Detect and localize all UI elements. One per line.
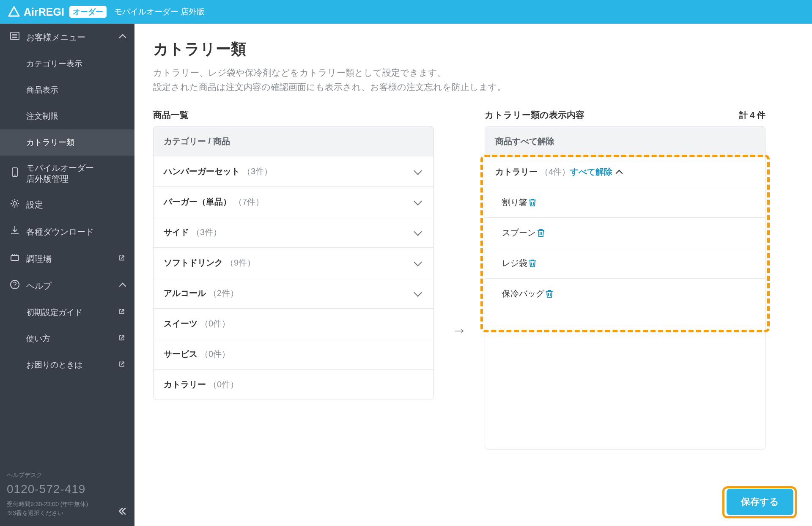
sidebar-item-5[interactable]: モバイルオーダー店外版管理 [0, 156, 134, 191]
category-count: （9件） [225, 257, 255, 268]
delete-button[interactable] [536, 228, 546, 238]
menu-icon [9, 30, 20, 44]
sidebar-item-12[interactable]: お困りのときは [0, 352, 134, 378]
sidebar-item-label: 調理場 [26, 253, 52, 265]
chevron-down-icon [414, 227, 422, 236]
sidebar-item-1[interactable]: カテゴリー表示 [0, 51, 134, 77]
display-content-total: 計 4 件 [739, 110, 765, 121]
helpdesk-hours: 受付時間9:30-23:00 (年中無休) [7, 500, 128, 509]
category-name: バーガー（単品） [164, 196, 231, 208]
sidebar-item-label: お客様メニュー [26, 32, 85, 43]
display-group-header[interactable]: カトラリー （4件） すべて解除 [485, 157, 765, 187]
product-list-header-label: カテゴリー / 商品 [164, 136, 230, 147]
category-name: ハンバーガーセット [164, 166, 240, 177]
logo: AirREGI オーダー [8, 5, 107, 18]
trash-icon [527, 258, 538, 268]
app-header: AirREGI オーダー モバイルオーダー 店外版 [0, 0, 812, 24]
category-row[interactable]: ソフトドリンク（9件） [154, 247, 433, 278]
chevron-down-icon [414, 288, 422, 297]
category-count: （0件） [200, 348, 230, 360]
sidebar-item-label: 設定 [26, 199, 43, 211]
category-count: （0件） [208, 379, 239, 390]
category-name: スイーツ [164, 318, 198, 329]
category-count: （2件） [208, 288, 239, 299]
sidebar-item-label: 使い方 [26, 333, 50, 344]
category-row: カトラリー（0件） [154, 369, 433, 400]
logo-badge: オーダー [69, 6, 107, 18]
sidebar-item-2[interactable]: 商品表示 [0, 77, 134, 103]
sidebar-item-7[interactable]: 各種ダウンロード [0, 218, 134, 245]
sidebar-item-10[interactable]: 初期設定ガイド [0, 299, 134, 326]
category-row[interactable]: サイド（3件） [154, 217, 433, 247]
kitchen-icon [9, 252, 20, 266]
svg-rect-7 [11, 255, 19, 260]
delete-button[interactable] [527, 258, 538, 268]
category-name: サービス [164, 348, 198, 360]
chevron-double-left-icon [118, 507, 127, 516]
display-header-label: 商品 [495, 136, 512, 147]
sidebar-item-label: 商品表示 [26, 85, 58, 96]
display-item-name: レジ袋 [502, 258, 527, 269]
helpdesk-note: ※3番を選択ください [7, 509, 128, 518]
chevron-down-icon [414, 167, 422, 175]
external-link-icon [118, 361, 125, 369]
display-item: 保冷バッグ [485, 279, 765, 309]
category-row: サービス（0件） [154, 339, 433, 369]
category-row: スイーツ（0件） [154, 308, 433, 339]
category-row[interactable]: ハンバーガーセット（3件） [154, 156, 433, 186]
helpdesk-label: ヘルプデスク [7, 471, 128, 479]
category-count: （3件） [242, 166, 272, 177]
product-list-panel: カテゴリー / 商品 ハンバーガーセット（3件）バーガー（単品）（7件）サイド（… [153, 126, 434, 400]
display-item-name: 割り箸 [502, 197, 527, 208]
display-item-name: 保冷バッグ [502, 288, 544, 299]
chevron-down-icon [414, 197, 422, 205]
delete-button[interactable] [527, 197, 538, 208]
sidebar-item-6[interactable]: 設定 [0, 191, 134, 218]
delete-button[interactable] [544, 289, 554, 299]
save-button[interactable]: 保存する [727, 489, 793, 515]
category-row[interactable]: バーガー（単品）（7件） [154, 186, 433, 217]
helpdesk-phone: 0120-572-419 [7, 480, 128, 498]
sidebar-item-4[interactable]: カトラリー類 [0, 129, 134, 156]
sidebar-item-label: カテゴリー表示 [26, 58, 82, 69]
trash-icon [544, 289, 554, 299]
clear-all-button[interactable]: すべて解除 [512, 136, 554, 147]
sidebar-item-label: ヘルプ [26, 280, 52, 292]
sidebar-item-11[interactable]: 使い方 [0, 326, 134, 352]
sidebar-item-label: モバイルオーダー店外版管理 [26, 162, 94, 184]
sidebar-collapse-button[interactable] [118, 507, 127, 518]
category-count: （0件） [200, 318, 230, 329]
display-group-count: （4件） [540, 166, 570, 178]
category-name: アルコール [164, 288, 206, 299]
category-count: （3件） [192, 227, 222, 238]
sidebar-item-3[interactable]: 注文制限 [0, 103, 134, 129]
sidebar-footer: ヘルプデスク 0120-572-419 受付時間9:30-23:00 (年中無休… [7, 471, 128, 518]
product-list-heading: 商品一覧 [153, 109, 189, 121]
download-icon [9, 225, 20, 238]
arrow-right-icon: → [452, 321, 467, 339]
category-name: ソフトドリンク [164, 257, 223, 268]
sidebar-item-label: 各種ダウンロード [26, 226, 94, 238]
category-row[interactable]: アルコール（2件） [154, 278, 433, 308]
sidebar-item-8[interactable]: 調理場 [0, 245, 134, 272]
display-item-name: スプーン [502, 227, 536, 238]
sidebar-item-0[interactable]: お客様メニュー [0, 24, 134, 51]
group-clear-button[interactable]: すべて解除 [570, 166, 612, 178]
mobile-icon [9, 167, 20, 180]
help-icon [9, 279, 20, 293]
sidebar-item-label: 注文制限 [26, 111, 58, 122]
display-content-heading: カトラリー類の表示内容 [485, 109, 584, 121]
external-link-icon [118, 255, 125, 263]
sidebar-item-9[interactable]: ヘルプ [0, 272, 134, 299]
display-item: スプーン [485, 218, 765, 248]
external-link-icon [118, 334, 125, 343]
category-name: サイド [164, 227, 189, 238]
trash-icon [536, 228, 546, 238]
chevron-up-icon [120, 33, 125, 42]
logo-text: AirREGI [24, 6, 64, 18]
transfer-arrow: → [449, 321, 469, 339]
trash-icon [527, 197, 538, 208]
gear-icon [9, 198, 20, 211]
svg-point-6 [13, 202, 16, 205]
sidebar: お客様メニューカテゴリー表示商品表示注文制限カトラリー類モバイルオーダー店外版管… [0, 24, 134, 526]
